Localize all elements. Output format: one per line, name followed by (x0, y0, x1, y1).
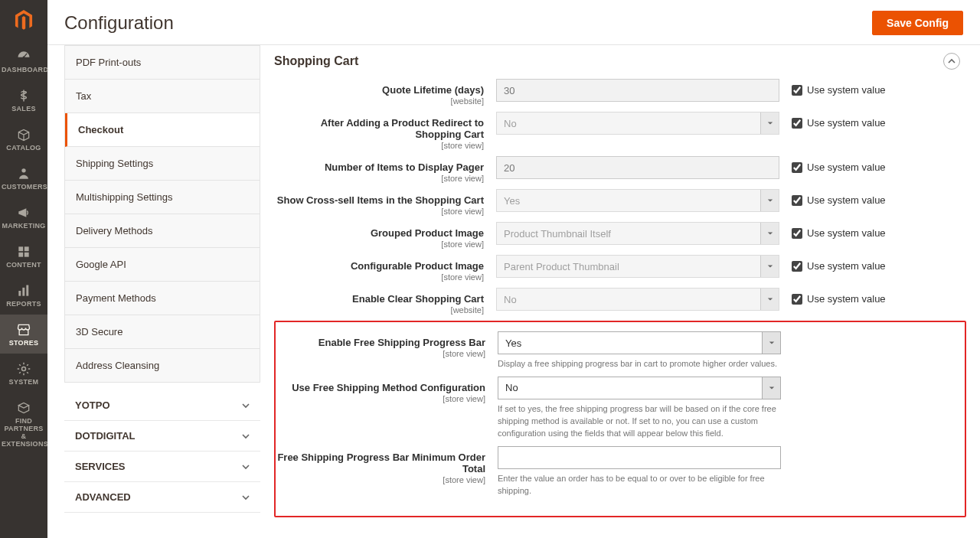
sidebar-item-address-cleansing[interactable]: Address Cleansing (65, 349, 260, 382)
use-system-checkbox-wrap[interactable]: Use system value (779, 156, 886, 173)
box-icon (2, 127, 46, 142)
rail-item-find[interactable]: FIND PARTNERS& EXTENSIONS (0, 393, 47, 455)
rail-item-label: MARKETING (2, 222, 46, 230)
magento-logo[interactable] (0, 0, 47, 41)
rail-item-dashboard[interactable]: DASHBOARD (0, 41, 47, 80)
field-fs-min-total: Free Shipping Progress Bar Minimum Order… (276, 446, 965, 497)
use-system-label: Use system value (807, 161, 886, 173)
fs-min-total-input[interactable] (498, 446, 781, 469)
sidebar-item-multishipping-settings[interactable]: Multishipping Settings (65, 181, 260, 214)
rail-item-reports[interactable]: REPORTS (0, 276, 47, 315)
page-title: Configuration (64, 12, 174, 34)
grouped-image-select: Product Thumbnail Itself (496, 222, 779, 245)
sidebar-item-tax[interactable]: Tax (65, 80, 260, 113)
use-system-checkbox[interactable] (792, 118, 802, 129)
use-system-label: Use system value (807, 227, 886, 239)
sidebar-group-label: YOTPO (75, 399, 110, 411)
rail-item-content[interactable]: CONTENT (0, 236, 47, 276)
blocks-icon (2, 244, 46, 259)
use-system-checkbox[interactable] (792, 195, 802, 206)
config-main: Shopping Cart Quote Lifetime (days) [web… (274, 45, 980, 538)
clear-cart-select: No (496, 288, 779, 311)
bars-icon (2, 283, 46, 298)
sidebar-group-label: DOTDIGITAL (75, 430, 135, 442)
use-system-label: Use system value (807, 117, 886, 129)
sidebar-group-services[interactable]: SERVICES (64, 452, 260, 482)
rail-item-customers[interactable]: CUSTOMERS (0, 158, 47, 197)
magento-logo-icon (13, 10, 34, 31)
svg-rect-5 (24, 253, 29, 257)
use-system-checkbox[interactable] (792, 228, 802, 239)
field-label: Enable Free Shipping Progress Bar (318, 337, 485, 348)
field-after-add-redirect: After Adding a Product Redirect to Shopp… (274, 112, 966, 150)
use-system-checkbox[interactable] (792, 85, 802, 96)
field-note: Enter the value an order has to be equal… (498, 473, 781, 497)
sidebar-group-yotpo[interactable]: YOTPO (64, 390, 260, 421)
section-my-cart-link-head[interactable]: My Cart Link (274, 534, 966, 538)
sidebar-item-3d-secure[interactable]: 3D Secure (65, 315, 260, 349)
after-add-redirect-select: No (496, 112, 779, 135)
field-grouped-image: Grouped Product Image [store view] Produ… (274, 222, 966, 249)
use-system-checkbox[interactable] (792, 162, 802, 173)
field-fs-enable: Enable Free Shipping Progress Bar [store… (276, 331, 965, 370)
megaphone-icon (2, 205, 46, 220)
sidebar-group-dotdigital[interactable]: DOTDIGITAL (64, 421, 260, 452)
use-system-label: Use system value (807, 260, 886, 272)
rail-item-stores[interactable]: STORES (0, 315, 47, 354)
admin-rail: DASHBOARD SALES CATALOG CUSTOMERS MARKET… (0, 0, 47, 538)
field-scope: [website] (274, 96, 484, 106)
use-system-checkbox[interactable] (792, 261, 802, 272)
field-quote-lifetime: Quote Lifetime (days) [website] Use syst… (274, 79, 966, 106)
use-system-checkbox-wrap[interactable]: Use system value (779, 189, 886, 206)
sidebar-item-google-api[interactable]: Google API (65, 248, 260, 282)
field-note: If set to yes, the free shipping progres… (498, 403, 781, 440)
rail-item-label: CATALOG (2, 144, 46, 152)
rail-item-label: STORES (2, 339, 46, 347)
use-system-checkbox-wrap[interactable]: Use system value (779, 222, 886, 239)
sidebar-item-checkout[interactable]: Checkout (65, 113, 260, 147)
use-system-checkbox-wrap[interactable]: Use system value (779, 79, 886, 96)
use-system-checkbox-wrap[interactable]: Use system value (779, 255, 886, 272)
field-scope: [store view] (274, 141, 484, 150)
sidebar-item-pdf-print-outs[interactable]: PDF Print-outs (65, 46, 260, 80)
field-label: Number of Items to Display Pager (325, 161, 484, 173)
svg-point-9 (22, 367, 26, 371)
use-system-checkbox-wrap[interactable]: Use system value (779, 112, 886, 129)
gear-icon (2, 361, 46, 377)
collapse-button[interactable] (943, 53, 960, 70)
svg-point-1 (21, 168, 25, 172)
sidebar-item-delivery-methods[interactable]: Delivery Methods (65, 214, 260, 248)
configurable-image-select: Parent Product Thumbnail (496, 255, 779, 278)
rail-item-system[interactable]: SYSTEM (0, 354, 47, 393)
rail-item-catalog[interactable]: CATALOG (0, 119, 47, 158)
field-scope: [store view] (274, 272, 484, 282)
rail-item-marketing[interactable]: MARKETING (0, 197, 47, 236)
fs-enable-select[interactable]: Yes (498, 331, 781, 354)
use-system-checkbox-wrap[interactable]: Use system value (779, 288, 886, 305)
sidebar-item-payment-methods[interactable]: Payment Methods (65, 282, 260, 315)
cross-sell-select: Yes (496, 189, 779, 212)
sidebar-group-advanced[interactable]: ADVANCED (64, 482, 260, 513)
field-fs-use-method: Use Free Shipping Method Configuration [… (276, 377, 965, 440)
chevron-down-icon (242, 463, 250, 471)
field-label: After Adding a Product Redirect to Shopp… (321, 117, 484, 140)
rail-item-label: REPORTS (2, 300, 46, 308)
field-items-pager: Number of Items to Display Pager [store … (274, 156, 966, 183)
section-shopping-cart-head[interactable]: Shopping Cart (274, 45, 966, 79)
fs-use-method-select[interactable]: No (498, 377, 781, 399)
chevron-down-icon (242, 402, 250, 409)
sidebar-item-shipping-settings[interactable]: Shipping Settings (65, 147, 260, 181)
rail-item-label: FIND PARTNERS& EXTENSIONS (2, 417, 46, 448)
rail-item-label: SALES (2, 105, 46, 112)
storefront-icon (2, 322, 46, 337)
section-title: Shopping Cart (274, 54, 358, 68)
field-scope: [store view] (276, 349, 485, 358)
field-configurable-image: Configurable Product Image [store view] … (274, 255, 966, 282)
rail-item-sales[interactable]: SALES (0, 80, 47, 119)
sidebar-group-label: ADVANCED (75, 491, 131, 503)
save-config-button[interactable]: Save Config (872, 11, 963, 35)
rail-item-label: SYSTEM (2, 378, 46, 386)
field-scope: [store view] (274, 207, 484, 216)
use-system-label: Use system value (807, 293, 886, 305)
use-system-checkbox[interactable] (792, 294, 802, 305)
